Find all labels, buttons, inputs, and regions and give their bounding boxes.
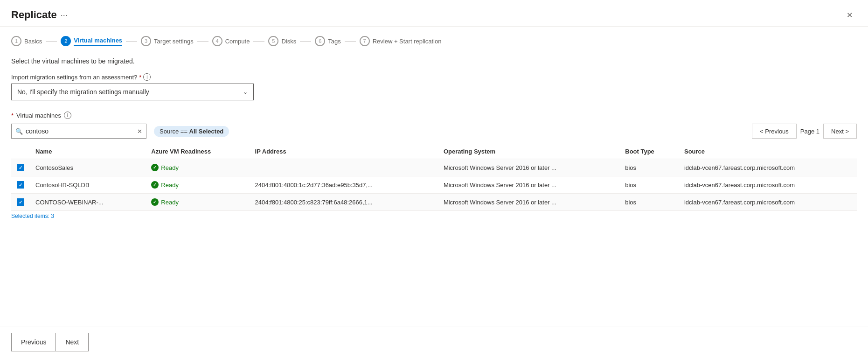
- clear-search-icon[interactable]: ✕: [137, 128, 142, 135]
- close-icon: ✕: [847, 11, 853, 20]
- row2-checkbox[interactable]: ✓: [17, 181, 24, 189]
- readiness-text: Ready: [161, 164, 179, 171]
- step-target-settings[interactable]: 3 Target settings: [141, 34, 194, 48]
- step-label-disks: Disks: [281, 38, 296, 45]
- vm-info-icon[interactable]: i: [64, 112, 71, 119]
- search-box[interactable]: 🔍 ✕: [11, 124, 146, 139]
- row3-source: idclab-vcen67.fareast.corp.microsoft.com: [679, 194, 857, 211]
- vm-required-star: *: [11, 112, 14, 119]
- row3-checkbox[interactable]: ✓: [17, 198, 24, 206]
- vm-section-label: * Virtual machines i: [11, 112, 857, 119]
- filter-chip-prefix: Source ==: [160, 128, 189, 135]
- search-input[interactable]: [26, 127, 134, 135]
- ready-icon: ✓: [151, 198, 159, 206]
- row1-readiness: ✓ Ready: [146, 159, 249, 176]
- vm-section: * Virtual machines i 🔍 ✕ Source == All S…: [11, 112, 857, 219]
- step-sep-6: [345, 41, 356, 42]
- page-container: Replicate ··· ✕ 1 Basics 2 Virtual machi…: [0, 0, 868, 357]
- row1-source: idclab-vcen67.fareast.corp.microsoft.com: [679, 159, 857, 176]
- row1-os: Microsoft Windows Server 2016 or later .…: [438, 159, 619, 176]
- import-field-label: Import migration settings from an assess…: [11, 73, 857, 81]
- table-body: ✓ ContosoSales ✓ Ready Microsoft Windows…: [11, 159, 857, 211]
- vm-label-text: Virtual machines: [16, 112, 61, 119]
- col-name: Name: [30, 144, 146, 159]
- previous-page-button[interactable]: < Previous: [752, 124, 797, 139]
- close-button[interactable]: ✕: [842, 7, 857, 22]
- header-left: Replicate ···: [11, 9, 68, 21]
- import-dropdown[interactable]: No, I'll specify the migration settings …: [11, 84, 254, 100]
- step-tags[interactable]: 6 Tags: [315, 34, 340, 48]
- step-sep-2: [126, 41, 137, 42]
- row3-readiness: ✓ Ready: [146, 194, 249, 211]
- table-row: ✓ ContosoSales ✓ Ready Microsoft Windows…: [11, 159, 857, 176]
- next-page-button[interactable]: Next >: [823, 124, 857, 139]
- step-sep-4: [253, 41, 264, 42]
- step-circle-vms: 2: [61, 36, 71, 46]
- step-review[interactable]: 7 Review + Start replication: [360, 34, 442, 48]
- chevron-down-icon: ⌄: [243, 89, 248, 95]
- readiness-badge: ✓ Ready: [151, 164, 243, 171]
- section-subtitle: Select the virtual machines to be migrat…: [11, 57, 857, 65]
- header: Replicate ··· ✕: [0, 0, 868, 27]
- checkmark-icon: ✓: [19, 165, 22, 170]
- import-label-text: Import migration settings from an assess…: [11, 74, 137, 81]
- col-source: Source: [679, 144, 857, 159]
- wizard-steps: 1 Basics 2 Virtual machines 3 Target set…: [0, 27, 868, 48]
- checkmark-icon: ✓: [19, 182, 22, 188]
- row2-os: Microsoft Windows Server 2016 or later .…: [438, 176, 619, 194]
- step-virtual-machines[interactable]: 2 Virtual machines: [61, 34, 122, 48]
- col-boot: Boot Type: [619, 144, 679, 159]
- step-circle-tags: 6: [315, 36, 325, 46]
- col-readiness: Azure VM Readiness: [146, 144, 249, 159]
- import-info-icon[interactable]: i: [143, 73, 151, 81]
- step-label-vms: Virtual machines: [74, 37, 122, 46]
- ellipsis-menu[interactable]: ···: [61, 10, 68, 20]
- main-content: Select the virtual machines to be migrat…: [0, 48, 868, 327]
- previous-button[interactable]: Previous: [11, 333, 56, 351]
- step-compute[interactable]: 4 Compute: [212, 34, 250, 48]
- step-basics[interactable]: 1 Basics: [11, 34, 42, 48]
- ready-icon: ✓: [151, 181, 159, 189]
- table-header: Name Azure VM Readiness IP Address Opera…: [11, 144, 857, 159]
- import-dropdown-value: No, I'll specify the migration settings …: [17, 88, 149, 96]
- step-circle-target: 3: [141, 36, 151, 46]
- row1-checkbox[interactable]: ✓: [17, 164, 24, 171]
- row1-checkbox-cell[interactable]: ✓: [11, 159, 30, 176]
- col-ip: IP Address: [250, 144, 438, 159]
- vm-table: Name Azure VM Readiness IP Address Opera…: [11, 144, 857, 211]
- row2-ip: 2404:f801:4800:1c:2d77:36ad:e95b:35d7,..…: [250, 176, 438, 194]
- step-circle-review: 7: [360, 36, 370, 46]
- col-os: Operating System: [438, 144, 619, 159]
- row1-ip: [250, 159, 438, 176]
- vm-controls: 🔍 ✕ Source == All Selected < Previous Pa…: [11, 124, 857, 139]
- step-label-basics: Basics: [24, 38, 42, 45]
- row2-boot: bios: [619, 176, 679, 194]
- readiness-badge: ✓ Ready: [151, 181, 243, 189]
- step-label-compute: Compute: [225, 38, 250, 45]
- readiness-badge: ✓ Ready: [151, 198, 243, 206]
- row1-boot: bios: [619, 159, 679, 176]
- row3-os: Microsoft Windows Server 2016 or later .…: [438, 194, 619, 211]
- search-icon: 🔍: [15, 128, 23, 135]
- row3-boot: bios: [619, 194, 679, 211]
- pagination: < Previous Page 1 Next >: [752, 124, 857, 139]
- readiness-text: Ready: [161, 182, 179, 189]
- filter-chip[interactable]: Source == All Selected: [154, 126, 229, 137]
- ready-icon: ✓: [151, 164, 159, 171]
- step-sep-1: [46, 41, 57, 42]
- footer: Previous Next: [0, 327, 868, 357]
- step-sep-5: [300, 41, 311, 42]
- filter-chip-value: All Selected: [189, 128, 224, 135]
- col-checkbox: [11, 144, 30, 159]
- step-label-review: Review + Start replication: [373, 38, 442, 45]
- row2-checkbox-cell[interactable]: ✓: [11, 176, 30, 194]
- row3-checkbox-cell[interactable]: ✓: [11, 194, 30, 211]
- next-button[interactable]: Next: [56, 333, 89, 351]
- required-star: *: [139, 74, 141, 81]
- row2-name: ContosoHR-SQLDB: [30, 176, 146, 194]
- see-more-link[interactable]: Selected items: 3: [11, 213, 54, 219]
- step-disks[interactable]: 5 Disks: [268, 34, 296, 48]
- step-sep-3: [197, 41, 208, 42]
- row2-source: idclab-vcen67.fareast.corp.microsoft.com: [679, 176, 857, 194]
- page-title: Replicate: [11, 9, 57, 21]
